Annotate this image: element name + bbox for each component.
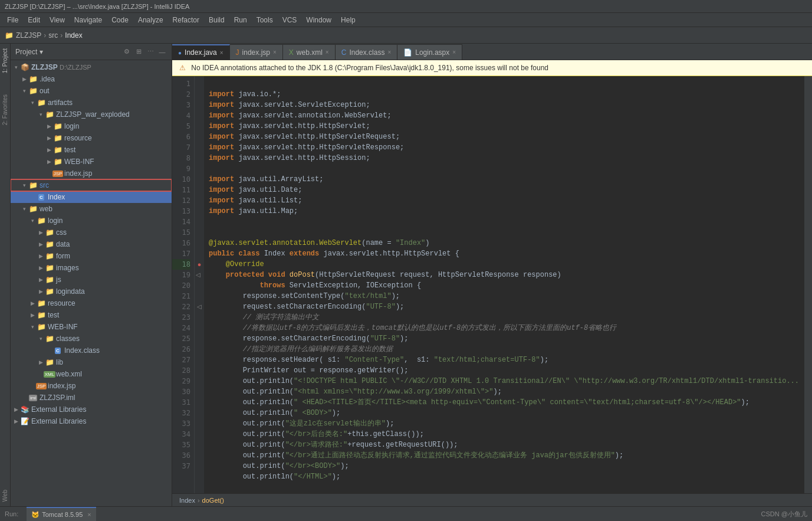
tree-label: index.jsp [64, 169, 92, 178]
tree-label-src: src [40, 181, 49, 189]
tree-item-scratches[interactable]: ▶ 📝 External Libraries [11, 415, 172, 427]
tree-item-indexjsp-war[interactable]: JSP index.jsp [11, 168, 172, 179]
panel-icon-settings[interactable]: ⚙ [122, 47, 132, 57]
sidebar-web-tab[interactable]: Web [0, 485, 10, 506]
tree-arrow: ▾ [20, 182, 28, 188]
tab-close[interactable]: × [452, 49, 456, 55]
run-label: Run: [5, 510, 18, 517]
tree-item-images[interactable]: ▶ 📁 images [11, 262, 172, 274]
tree-item-war[interactable]: ▾ 📁 ZLZJSP_war_exploded [11, 109, 172, 120]
panel-icon-layout[interactable]: ⊞ [134, 47, 143, 57]
menu-analyze[interactable]: Analyze [133, 13, 168, 27]
tree-item-js[interactable]: ▶ 📁 js [11, 274, 172, 286]
tree-item-resource-web[interactable]: ▶ 📁 resource [11, 297, 172, 309]
menu-navigate[interactable]: Navigate [70, 13, 107, 27]
tree-item-web[interactable]: ▾ 📁 web [11, 203, 172, 215]
tree-arrow: ▶ [37, 230, 45, 235]
tree-item-webinf-web[interactable]: ▾ 📁 WEB-INF [11, 321, 172, 333]
breadcrumb-src[interactable]: src [48, 31, 58, 40]
tree-item-data[interactable]: ▶ 📁 data [11, 238, 172, 250]
menu-build[interactable]: Build [204, 13, 229, 27]
menu-run[interactable]: Run [229, 13, 252, 27]
tab-label: Index.class [349, 48, 384, 57]
tab-index-java[interactable]: ● Index.java × [172, 44, 230, 60]
project-panel-title: Project ▾ [15, 48, 68, 56]
tab-web-xml[interactable]: X web.xml × [283, 44, 336, 60]
tree-item-test-web[interactable]: ▶ 📁 test [11, 309, 172, 321]
menu-view[interactable]: View [45, 13, 70, 27]
tree-arrow: ▶ [37, 289, 45, 294]
tree-item-index-java[interactable]: C Index [11, 191, 172, 203]
tree-item-login-web[interactable]: ▾ 📁 login [11, 215, 172, 227]
code-editor[interactable]: import java.io.*; import javax.servlet.S… [204, 76, 804, 493]
tree-item-classes[interactable]: ▾ 📁 classes [11, 333, 172, 345]
sidebar-project-tab[interactable]: 1: Project [0, 44, 10, 78]
breadcrumb-class: Index [179, 497, 195, 504]
tree-item-idea[interactable]: ▶ 📁 .idea [11, 73, 172, 85]
breadcrumb-index: Index [65, 31, 82, 40]
line-numbers: 12345 678910 1112131415 1617 18 19202122… [172, 76, 195, 493]
folder-icon-src: 📁 [28, 181, 38, 190]
menu-refactor[interactable]: Refactor [168, 13, 204, 27]
tree-item-iml[interactable]: iml ZLZJSP.iml [11, 392, 172, 404]
tree-item-form[interactable]: ▶ 📁 form [11, 250, 172, 262]
tab-label: web.xml [297, 48, 323, 57]
folder-icon: 📁 [28, 204, 38, 214]
class-icon: C [53, 346, 63, 355]
tree-label: web.xml [56, 370, 82, 378]
tree-label: form [56, 252, 70, 260]
menu-help[interactable]: Help [336, 13, 360, 27]
iml-icon: iml [28, 393, 38, 402]
menu-tools[interactable]: Tools [252, 13, 278, 27]
folder-icon: 📁 [45, 334, 54, 343]
menu-code[interactable]: Code [107, 13, 133, 27]
folder-icon: 📁 [45, 263, 54, 273]
folder-icon: 📁 [53, 122, 63, 131]
tree-item-resource-war[interactable]: ▶ 📁 resource [11, 132, 172, 144]
folder-icon: 📁 [45, 110, 54, 119]
tree-arrow: ▶ [45, 135, 53, 141]
tab-index-class[interactable]: C Index.class × [336, 44, 398, 60]
panel-icon-minimize[interactable]: — [157, 47, 167, 57]
tree-item-zlzjsp[interactable]: ▾ 📦 ZLZJSP D:\ZLZJSP [11, 61, 172, 73]
tree-item-webxml[interactable]: XML web.xml [11, 368, 172, 380]
tree-arrow: ▾ [37, 336, 45, 342]
tree-item-lib[interactable]: ▶ 📁 lib [11, 356, 172, 368]
tree-item-src[interactable]: ▾ 📁 src [11, 179, 172, 191]
folder-icon: 📁 [53, 157, 63, 166]
menu-vcs[interactable]: VCS [278, 13, 302, 27]
tree-item-extlibs[interactable]: ▶ 📚 External Libraries [11, 404, 172, 415]
status-right: CSDN @小鱼儿 [761, 510, 807, 519]
tree-item-test-war[interactable]: ▶ 📁 test [11, 144, 172, 156]
tree-label: login [64, 122, 79, 130]
project-panel-header: Project ▾ ⚙ ⊞ ⋯ — [11, 44, 172, 60]
tree-item-login-war[interactable]: ▶ 📁 login [11, 120, 172, 132]
tree-item-indexjsp-web[interactable]: JSP index.jsp [11, 380, 172, 392]
sidebar-favorites-tab[interactable]: 2: Favorites [0, 90, 10, 130]
tree-label-index: Index [48, 193, 65, 201]
breadcrumb-project[interactable]: ZLZJSP [16, 31, 41, 40]
run-tomcat-tab[interactable]: 🐱 Tomcat 8.5.95 × [27, 507, 96, 522]
tree-label: Index.class [64, 346, 100, 355]
tab-close[interactable]: × [326, 49, 329, 55]
tree-item-artifacts[interactable]: ▾ 📁 artifacts [11, 97, 172, 109]
folder-icon: 📁 [53, 133, 63, 143]
tree-item-logindata[interactable]: ▶ 📁 logindata [11, 286, 172, 297]
tab-close[interactable]: × [220, 50, 223, 56]
menu-window[interactable]: Window [301, 13, 336, 27]
menu-file[interactable]: File [2, 13, 23, 27]
folder-icon: 📁 [37, 299, 46, 308]
tab-close[interactable]: × [387, 49, 391, 55]
tree-item-css[interactable]: ▶ 📁 css [11, 227, 172, 238]
tree-label: resource [48, 299, 75, 307]
tree-item-indexclass[interactable]: C Index.class [11, 345, 172, 356]
tree-item-out[interactable]: ▾ 📁 out [11, 85, 172, 97]
menu-edit[interactable]: Edit [23, 13, 45, 27]
tab-login-aspx[interactable]: 📄 Login.aspx × [397, 44, 462, 60]
run-tab-close[interactable]: × [87, 511, 91, 518]
panel-icon-gear[interactable]: ⋯ [146, 47, 155, 57]
tab-index-jsp[interactable]: J index.jsp × [230, 44, 283, 60]
tab-close[interactable]: × [273, 49, 277, 55]
tree-label: classes [56, 335, 80, 343]
tree-item-webinf-war[interactable]: ▶ 📁 WEB-INF [11, 156, 172, 168]
